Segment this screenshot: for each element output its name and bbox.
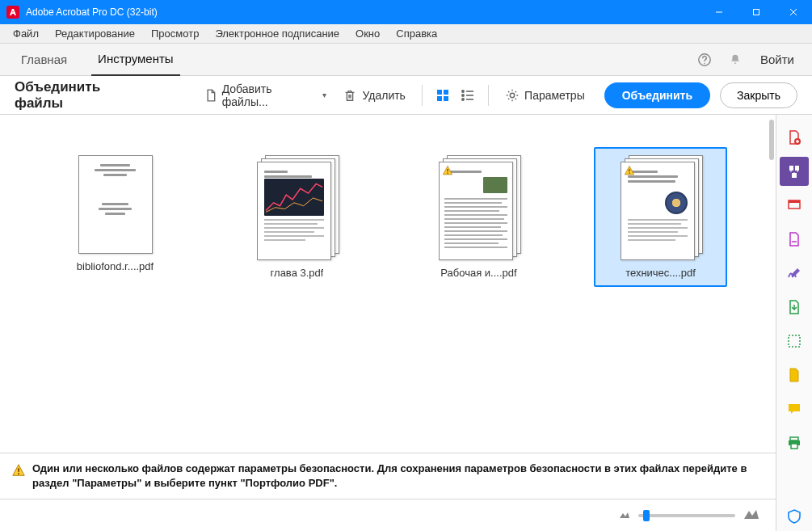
window-close-button[interactable] <box>775 0 812 24</box>
security-warning-bar: Один или несколько файлов содержат парам… <box>0 453 776 499</box>
svg-point-5 <box>704 62 705 63</box>
thumbnail-size-slider[interactable] <box>638 514 735 517</box>
file-label: bibliofond.r....pdf <box>77 260 154 272</box>
app-icon <box>6 6 19 19</box>
svg-rect-19 <box>629 169 629 172</box>
svg-rect-8 <box>437 96 442 101</box>
help-icon[interactable] <box>689 44 720 76</box>
tab-toolbar: Главная Инструменты Войти <box>0 44 812 76</box>
menu-help[interactable]: Справка <box>388 25 445 42</box>
tool-create-pdf[interactable] <box>780 123 809 152</box>
page-stack <box>257 155 338 260</box>
delete-label: Удалить <box>362 89 405 102</box>
tool-organize[interactable] <box>780 293 809 322</box>
settings-label: Параметры <box>524 89 585 102</box>
page-single <box>78 155 153 254</box>
svg-point-12 <box>462 94 464 95</box>
svg-rect-26 <box>789 335 800 347</box>
window-minimize-button[interactable] <box>701 0 738 24</box>
svg-rect-1 <box>754 10 759 15</box>
svg-rect-29 <box>791 444 797 449</box>
menu-esign[interactable]: Электронное подписание <box>207 25 347 42</box>
svg-point-10 <box>462 90 464 91</box>
tool-combine-files[interactable] <box>780 157 809 186</box>
tool-sign[interactable] <box>780 259 809 288</box>
delete-button[interactable]: Удалить <box>334 83 413 107</box>
add-files-button[interactable]: Добавить файлы... ▾ <box>196 78 335 113</box>
tool-print[interactable] <box>780 428 809 457</box>
tool-protect[interactable] <box>780 502 809 531</box>
tool-export-pdf[interactable] <box>780 225 809 254</box>
caret-down-icon: ▾ <box>322 91 326 99</box>
svg-rect-17 <box>447 169 448 172</box>
file-thumbnail[interactable]: глава 3.pdf <box>230 147 364 287</box>
login-button[interactable]: Войти <box>757 53 797 66</box>
tab-home[interactable]: Главная <box>15 44 74 76</box>
file-label: глава 3.pdf <box>271 267 324 279</box>
file-thumbnail[interactable]: Рабочая и....pdf <box>412 147 545 287</box>
svg-rect-21 <box>18 468 19 472</box>
warning-message: Один или несколько файлов содержат парам… <box>32 461 764 491</box>
svg-rect-27 <box>790 437 798 440</box>
file-thumbnail[interactable]: техничес....pdf <box>594 147 727 287</box>
warning-icon <box>11 463 26 478</box>
right-tools-panel <box>776 115 812 531</box>
close-button[interactable]: Закрыть <box>720 82 797 108</box>
tool-edit-pdf[interactable] <box>780 191 809 220</box>
svg-point-16 <box>510 93 514 97</box>
window-titlebar: Adobe Acrobat Pro DC (32-bit) <box>0 0 812 24</box>
window-maximize-button[interactable] <box>738 0 775 24</box>
content-area: bibliofond.r....pdfглава 3.pdfРабочая и.… <box>0 115 776 531</box>
tool-comment[interactable] <box>780 394 809 424</box>
menu-view[interactable]: Просмотр <box>143 25 207 42</box>
svg-rect-18 <box>447 172 448 173</box>
tool-compress[interactable] <box>780 360 809 390</box>
list-view-button[interactable] <box>455 82 480 108</box>
svg-rect-20 <box>629 172 629 173</box>
svg-rect-22 <box>18 473 19 474</box>
settings-button[interactable]: Параметры <box>497 83 593 107</box>
add-files-label: Добавить файлы... <box>222 82 317 108</box>
window-title: Adobe Acrobat Pro DC (32-bit) <box>26 6 701 18</box>
svg-point-14 <box>462 98 464 99</box>
tab-tools[interactable]: Инструменты <box>91 44 180 76</box>
zoom-bar <box>0 499 776 531</box>
svg-rect-9 <box>444 96 448 101</box>
scrollbar[interactable] <box>769 120 774 160</box>
menu-bar: Файл Редактирование Просмотр Электронное… <box>0 24 812 44</box>
menu-file[interactable]: Файл <box>5 25 47 42</box>
svg-rect-6 <box>437 90 442 95</box>
action-bar: Объединить файлы Добавить файлы... ▾ Уда… <box>0 76 812 115</box>
menu-edit[interactable]: Редактирование <box>47 25 143 42</box>
menu-window[interactable]: Окно <box>347 25 388 42</box>
combine-heading: Объединить файлы <box>15 79 147 112</box>
file-label: Рабочая и....pdf <box>440 267 516 279</box>
combine-button[interactable]: Объединить <box>604 82 710 108</box>
page-stack <box>439 155 520 260</box>
grid-view-button[interactable] <box>431 82 456 108</box>
thumb-small-icon[interactable] <box>619 509 630 521</box>
file-thumbnails: bibliofond.r....pdfглава 3.pdfРабочая и.… <box>0 115 776 303</box>
thumb-large-icon[interactable] <box>743 508 759 522</box>
tool-redact[interactable] <box>780 327 809 356</box>
file-thumbnail[interactable]: bibliofond.r....pdf <box>48 147 182 280</box>
file-label: техничес....pdf <box>625 267 696 279</box>
svg-rect-25 <box>789 200 800 203</box>
page-stack <box>621 155 701 260</box>
svg-rect-7 <box>444 90 448 95</box>
bell-icon[interactable] <box>720 44 751 76</box>
